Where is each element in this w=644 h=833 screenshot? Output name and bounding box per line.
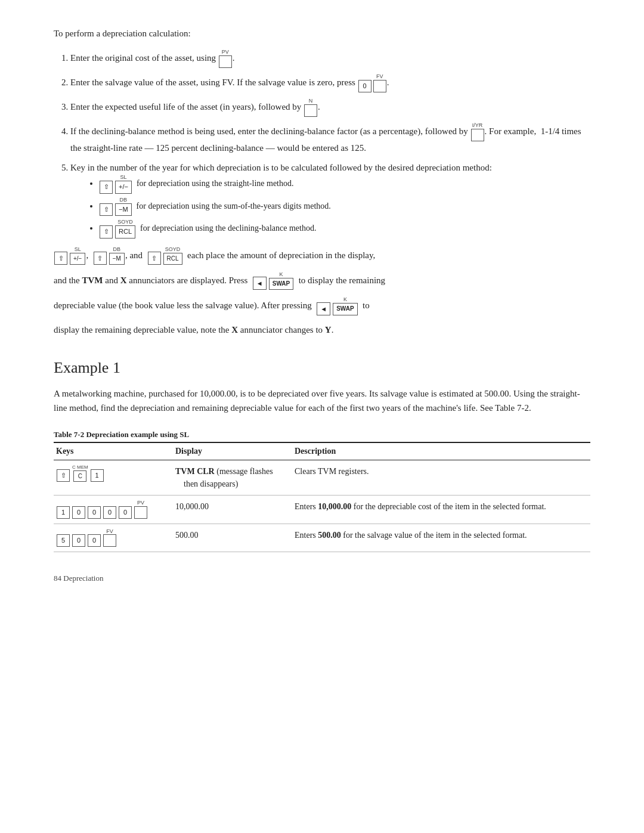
example-para: A metalworking machine, purchased for 10… (54, 386, 590, 416)
steps-list: Enter the original cost of the asset, us… (70, 49, 590, 239)
db-key: DB −M (115, 197, 132, 216)
row2-description: Enters 10,000.00 for the depreciable cos… (292, 496, 590, 524)
step-5: Key in the number of the year for which … (70, 161, 590, 239)
body-para-annunciator: display the remaining depreciable value,… (54, 323, 590, 337)
n-key: N (304, 98, 317, 117)
shift-btn-soyd: ⇧ (100, 225, 113, 239)
intro-text: To perform a depreciation calculation: (54, 29, 590, 39)
shift-cmem: ⇧ (57, 469, 70, 482)
soyd-inline: SOYD RCL (163, 247, 182, 265)
step-1: Enter the original cost of the asset, us… (70, 49, 590, 68)
row1-keys: ⇧ C MEM C 1 (54, 460, 173, 496)
method-list: ⇧ SL +/− for depreciation using the stra… (99, 175, 590, 238)
key-0d: 0 (119, 506, 132, 519)
body-para-tvm: and the TVM and X annunciators are displ… (54, 272, 590, 290)
sl-inline: SL +/− (70, 247, 85, 265)
body-para-keys: ⇧ SL +/− , ⇧ DB −M , and ⇧ SOYD RCL each… (54, 247, 590, 265)
soyd-key: SOYD RCL (115, 219, 135, 238)
swap-key2: K SWAP (333, 297, 357, 315)
depreciation-table: Keys Display Description ⇧ C MEM C 1 TVM… (54, 442, 590, 552)
swap-key: K SWAP (269, 272, 293, 290)
shift2: ⇧ (94, 252, 107, 265)
step-3: Enter the expected useful life of the as… (70, 98, 590, 117)
row2-display: 10,000.00 (173, 496, 292, 524)
key-5: 5 (57, 534, 70, 547)
table-row: 5 0 0 FV 500.00 Enters 500.00 for the sa… (54, 524, 590, 552)
step-4: If the declining-balance method is being… (70, 123, 590, 155)
shift1: ⇧ (54, 252, 67, 265)
shift-btn-db: ⇧ (100, 203, 113, 216)
row3-keys: 5 0 0 FV (54, 524, 173, 552)
body-para-depreciable: depreciable value (the book value less t… (54, 297, 590, 315)
row3-description: Enters 500.00 for the salvage value of t… (292, 524, 590, 552)
col-description: Description (292, 442, 590, 460)
key-0b: 0 (88, 506, 101, 519)
zero-key: 0 (358, 80, 371, 92)
key-0a: 0 (72, 506, 85, 519)
shift3: ⇧ (148, 252, 161, 265)
key-0c: 0 (103, 506, 116, 519)
method-sl: ⇧ SL +/− for depreciation using the stra… (99, 175, 590, 193)
left-arrow-btn2: ◄ (317, 302, 330, 315)
left-arrow-btn: ◄ (253, 277, 267, 290)
iyr-key: I/YR (471, 123, 484, 141)
sl-key: SL +/− (115, 175, 132, 193)
col-keys: Keys (54, 442, 173, 460)
one-key-row1: 1 (91, 469, 104, 482)
cmem-key: C MEM C (72, 465, 88, 482)
fv-key-row3: FV (103, 529, 116, 547)
fv-key: FV (373, 74, 386, 92)
row1-display: TVM CLR (message flashes then disappears… (173, 460, 292, 496)
table-row: ⇧ C MEM C 1 TVM CLR (message flashes the… (54, 460, 590, 496)
db-inline: DB −M (109, 247, 125, 265)
shift-btn-sl: ⇧ (100, 181, 113, 194)
row2-keys: 1 0 0 0 0 PV (54, 496, 173, 524)
step-2: Enter the salvage value of the asset, us… (70, 74, 590, 92)
table-row: 1 0 0 0 0 PV 10,000.00 Enters 10,000.00 … (54, 496, 590, 524)
row1-description: Clears TVM registers. (292, 460, 590, 496)
col-display: Display (173, 442, 292, 460)
key-0e: 0 (72, 534, 85, 547)
key-1: 1 (57, 506, 70, 519)
table-caption: Table 7-2 Depreciation example using SL (54, 430, 590, 439)
method-db: ⇧ DB −M for depreciation using the sum-o… (99, 197, 590, 216)
row3-display: 500.00 (173, 524, 292, 552)
example-heading: Example 1 (54, 359, 590, 377)
key-0f: 0 (88, 534, 101, 547)
footer-text: 84 Depreciation (54, 574, 590, 583)
method-soyd: ⇧ SOYD RCL for depreciation using the de… (99, 219, 590, 238)
pv-key: PV (219, 49, 232, 68)
pv-key-row2: PV (134, 500, 147, 518)
